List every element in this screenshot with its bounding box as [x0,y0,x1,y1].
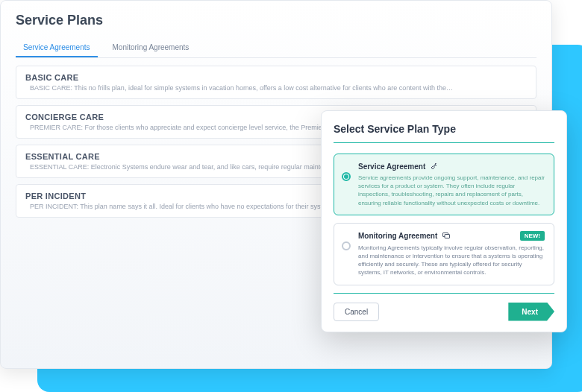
select-plan-type-modal: Select Service Plan Type Service Agreeme… [321,110,567,332]
plan-row[interactable]: BASIC CARE BASIC CARE: This no frills pl… [16,66,536,99]
plan-name: BASIC CARE [25,73,527,82]
option-monitoring-agreement[interactable]: Monitoring Agreement NEW! Monitoring Agr… [334,223,554,285]
plan-tabs: Service Agreements Monitoring Agreements [16,39,536,58]
option-title: Monitoring Agreement [358,232,437,240]
monitor-icon [442,231,451,240]
new-badge: NEW! [520,231,545,241]
modal-footer: Cancel Next [334,293,554,321]
svg-rect-1 [445,235,450,238]
next-button[interactable]: Next [508,303,554,321]
page-title: Service Plans [16,13,536,28]
radio-unselected-icon[interactable] [342,241,351,250]
option-desc: Monitoring Agreements typically involve … [358,244,545,277]
option-title: Service Agreement [358,162,425,171]
cancel-button[interactable]: Cancel [334,303,379,321]
option-service-agreement[interactable]: Service Agreement Service agreements pro… [334,154,554,215]
tab-monitoring-agreements[interactable]: Monitoring Agreements [105,39,197,57]
plan-desc: BASIC CARE: This no frills plan, ideal f… [25,84,527,92]
option-desc: Service agreements provide ongoing suppo… [358,174,545,207]
tab-service-agreements[interactable]: Service Agreements [16,39,98,57]
wrench-icon [430,162,439,171]
modal-title: Select Service Plan Type [334,123,554,143]
radio-selected-icon[interactable] [342,172,351,181]
